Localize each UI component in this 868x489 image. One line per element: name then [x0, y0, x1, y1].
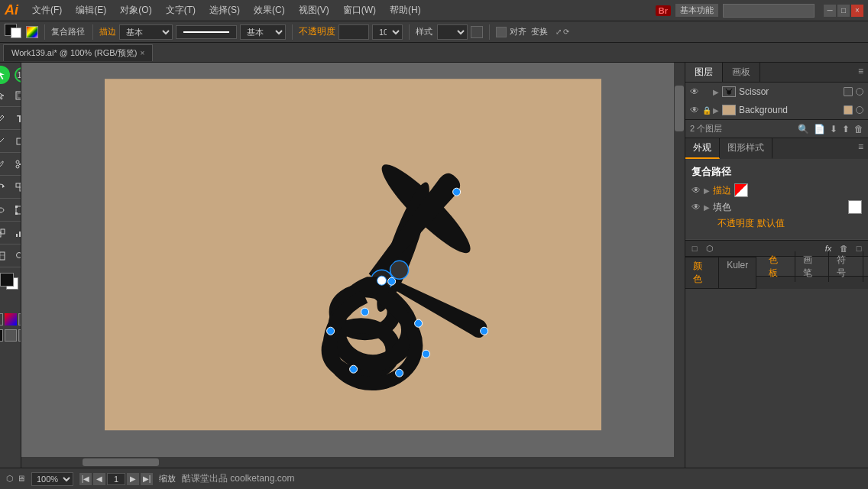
- prev-page-button[interactable]: |◀: [79, 473, 92, 485]
- transform-icon1[interactable]: ⤢: [555, 28, 562, 36]
- layer-move-down-icon[interactable]: ⬇: [830, 124, 837, 134]
- chart-tool[interactable]: [11, 224, 21, 242]
- scale-tool[interactable]: [11, 178, 21, 196]
- shape-builder-tool[interactable]: [0, 224, 10, 242]
- stroke-visibility-eye[interactable]: 👁: [691, 185, 701, 196]
- menu-effect[interactable]: 效果(C): [248, 2, 291, 18]
- kuler-panel-tab[interactable]: Kuler: [719, 257, 756, 288]
- next-page-button[interactable]: ▶|: [141, 473, 153, 485]
- svg-point-44: [388, 277, 396, 285]
- layer-add-icon[interactable]: 📄: [814, 124, 825, 134]
- layer-background-arrow[interactable]: ▶: [713, 106, 719, 115]
- paintbrush-tool[interactable]: [0, 155, 10, 173]
- slice-tool[interactable]: [0, 247, 10, 265]
- layer-delete-icon[interactable]: 🗑: [854, 124, 863, 134]
- warp-tool[interactable]: [0, 201, 10, 219]
- pen-tool[interactable]: [0, 109, 10, 128]
- vertical-scrollbar[interactable]: [674, 63, 685, 468]
- gradient-swatch[interactable]: [26, 26, 38, 38]
- zoom-select[interactable]: 100%: [31, 472, 73, 486]
- new-art-default-icon[interactable]: ⬡: [704, 242, 716, 254]
- scissors-tool[interactable]: [11, 155, 21, 173]
- normal-mode-icon[interactable]: [0, 329, 3, 342]
- vertical-scroll-thumb[interactable]: [675, 86, 684, 131]
- menu-file[interactable]: 文件(F): [26, 2, 68, 18]
- layer-scissor-arrow[interactable]: ▶: [713, 88, 719, 96]
- appearance-section: 复合路径 👁 ▶ 描边 👁 ▶ 填色 不透明度 默认值: [685, 159, 868, 240]
- stroke-color-swatch[interactable]: [734, 183, 748, 197]
- menu-view[interactable]: 视图(V): [293, 2, 335, 18]
- layer-move-up-icon[interactable]: ⬆: [842, 124, 850, 134]
- opacity-select[interactable]: 100%: [372, 24, 403, 40]
- next-button[interactable]: ▶: [127, 473, 139, 485]
- direct-select-tool[interactable]: [0, 86, 10, 105]
- document-tab[interactable]: Work139.ai* @ 100% (RGB/预览) ×: [3, 44, 153, 61]
- zoom-label: 缩放: [159, 473, 176, 484]
- scissors-illustration[interactable]: [251, 132, 495, 377]
- status-icon-2[interactable]: 🖥: [17, 474, 25, 484]
- layer-scissor[interactable]: 👁 ▶ Scissor: [685, 83, 868, 101]
- stroke-dropdown[interactable]: 基本: [119, 24, 173, 40]
- fill-visibility-eye[interactable]: 👁: [691, 202, 701, 212]
- opacity-row-value[interactable]: 默认值: [757, 217, 785, 230]
- layer-background-eye[interactable]: 👁: [690, 105, 699, 115]
- selection-tool-badge[interactable]: [0, 66, 10, 84]
- magic-wand-tool[interactable]: [11, 86, 21, 105]
- stroke-row-arrow[interactable]: ▶: [704, 186, 710, 195]
- search-input[interactable]: [723, 4, 815, 18]
- menu-select[interactable]: 选择(S): [203, 2, 246, 18]
- globe-icon[interactable]: [496, 27, 507, 37]
- free-transform-tool[interactable]: [11, 201, 21, 219]
- layer-background[interactable]: 👁 🔒 ▶ Background: [685, 101, 868, 119]
- minimize-button[interactable]: ─: [824, 5, 836, 17]
- none-fill-icon[interactable]: [0, 313, 3, 325]
- close-tab-button[interactable]: ×: [140, 49, 144, 57]
- tool-group-5: [0, 178, 21, 199]
- horizontal-scroll-thumb[interactable]: [83, 458, 159, 466]
- horizontal-scrollbar[interactable]: [21, 457, 674, 468]
- panel-menu-button[interactable]: ≡: [853, 63, 868, 82]
- rotate-tool[interactable]: [0, 178, 10, 196]
- prev-button[interactable]: ◀: [93, 473, 105, 485]
- text-tool[interactable]: T: [11, 109, 21, 128]
- brushes-panel-tab[interactable]: 画笔: [795, 251, 830, 282]
- stroke-swatch[interactable]: [11, 28, 21, 38]
- workspace-selector[interactable]: 基本功能: [675, 4, 718, 17]
- stroke-style-dropdown[interactable]: 基本: [240, 24, 286, 40]
- close-button[interactable]: ×: [851, 5, 863, 17]
- menu-edit[interactable]: 编辑(E): [70, 2, 112, 18]
- color-panel-tab[interactable]: 颜色: [685, 257, 719, 288]
- watermark-text: 酷课堂出品 coolketang.com: [182, 472, 294, 485]
- maximize-button[interactable]: □: [837, 5, 850, 17]
- transform-icon2[interactable]: ⟳: [563, 28, 569, 36]
- opacity-input[interactable]: [338, 24, 369, 40]
- zoom-tool[interactable]: [11, 247, 21, 265]
- artboard-tab[interactable]: 画板: [723, 63, 760, 82]
- graphic-styles-tab[interactable]: 图形样式: [720, 138, 772, 159]
- symbols-panel-tab[interactable]: 符号: [829, 251, 863, 282]
- menu-help[interactable]: 帮助(H): [384, 2, 427, 18]
- layers-tab[interactable]: 图层: [685, 63, 723, 82]
- page-number-input[interactable]: [107, 473, 125, 485]
- layer-background-lock-icon[interactable]: 🔒: [702, 106, 710, 115]
- menu-window[interactable]: 窗口(W): [337, 2, 382, 18]
- status-icon-1[interactable]: ⬡: [6, 474, 14, 484]
- gradient-fill-icon[interactable]: [5, 313, 17, 325]
- fill-color-swatch[interactable]: [848, 200, 862, 214]
- fill-row-arrow[interactable]: ▶: [704, 203, 710, 212]
- layer-search-icon[interactable]: 🔍: [798, 124, 809, 134]
- appearance-menu-button[interactable]: ≡: [853, 138, 868, 159]
- foreground-color[interactable]: [0, 273, 14, 287]
- new-art-selected-icon[interactable]: □: [688, 242, 701, 254]
- full-screen-mode-icon[interactable]: [5, 329, 17, 342]
- svg-point-41: [396, 369, 403, 377]
- style-select[interactable]: [437, 24, 468, 40]
- swatches-panel-tab[interactable]: 色板: [761, 251, 795, 282]
- line-tool[interactable]: [0, 132, 10, 151]
- layer-scissor-eye[interactable]: 👁: [690, 86, 699, 97]
- menu-type[interactable]: 文字(T): [160, 2, 202, 18]
- br-badge[interactable]: Br: [656, 5, 671, 16]
- menu-object[interactable]: 对象(O): [114, 2, 157, 18]
- rect-tool[interactable]: [11, 132, 21, 151]
- appearance-tab[interactable]: 外观: [685, 138, 720, 159]
